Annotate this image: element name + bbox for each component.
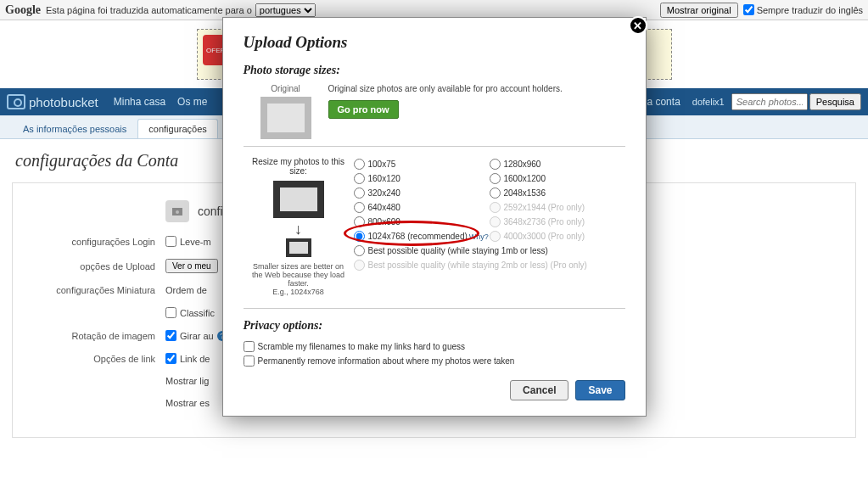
size-100x75[interactable]: 100x75	[354, 157, 490, 171]
save-button[interactable]: Save	[575, 380, 624, 400]
size-320x240[interactable]: 320x240	[354, 186, 490, 200]
large-image-icon	[273, 181, 324, 218]
size-best-1mb[interactable]: Best possible quality (while staying 1mb…	[354, 244, 625, 258]
size-best-2mb: Best possible quality (while staying 2mb…	[354, 258, 625, 272]
size-1600x1200[interactable]: 1600x1200	[490, 171, 625, 186]
privacy-section-title: Privacy options:	[244, 319, 625, 333]
size-4000x3000: 4000x3000 (Pro only)	[490, 229, 625, 244]
size-3648x2736: 3648x2736 (Pro only)	[490, 215, 625, 229]
size-800x600[interactable]: 800x600	[354, 215, 490, 229]
size-options: 100x75 160x120 320x240 640x480 800x600 1…	[354, 157, 625, 272]
modal-overlay: ✕ Upload Options Photo storage sizes: Or…	[0, 0, 868, 487]
close-icon[interactable]: ✕	[629, 16, 647, 35]
size-640x480[interactable]: 640x480	[354, 200, 490, 215]
size-160x120[interactable]: 160x120	[354, 171, 490, 186]
upload-options-modal: ✕ Upload Options Photo storage sizes: Or…	[222, 17, 647, 417]
size-1280x960[interactable]: 1280x960	[490, 157, 625, 171]
small-image-icon	[286, 238, 311, 257]
cancel-button[interactable]: Cancel	[510, 380, 568, 400]
why-link[interactable]: Why?	[469, 232, 489, 241]
arrow-down-icon: ↓	[252, 221, 345, 237]
original-label: Original	[244, 84, 328, 93]
privacy-scramble-checkbox[interactable]: Scramble my filenames to make my links h…	[244, 339, 625, 354]
size-1024x768[interactable]: 1024x768 (recommended) Why?	[354, 229, 490, 244]
pro-text: Original size photos are only available …	[328, 84, 625, 93]
size-2048x1536[interactable]: 2048x1536	[490, 186, 625, 200]
size-2592x1944: 2592x1944 (Pro only)	[490, 200, 625, 215]
privacy-remove-location-checkbox[interactable]: Permanently remove information about whe…	[244, 354, 625, 368]
modal-title: Upload Options	[244, 33, 625, 52]
storage-section-title: Photo storage sizes:	[244, 64, 625, 77]
go-pro-button[interactable]: Go pro now	[328, 100, 399, 119]
original-thumbnail-icon	[260, 97, 311, 139]
resize-visual: Resize my photos to this size: ↓ Smaller…	[244, 157, 354, 296]
